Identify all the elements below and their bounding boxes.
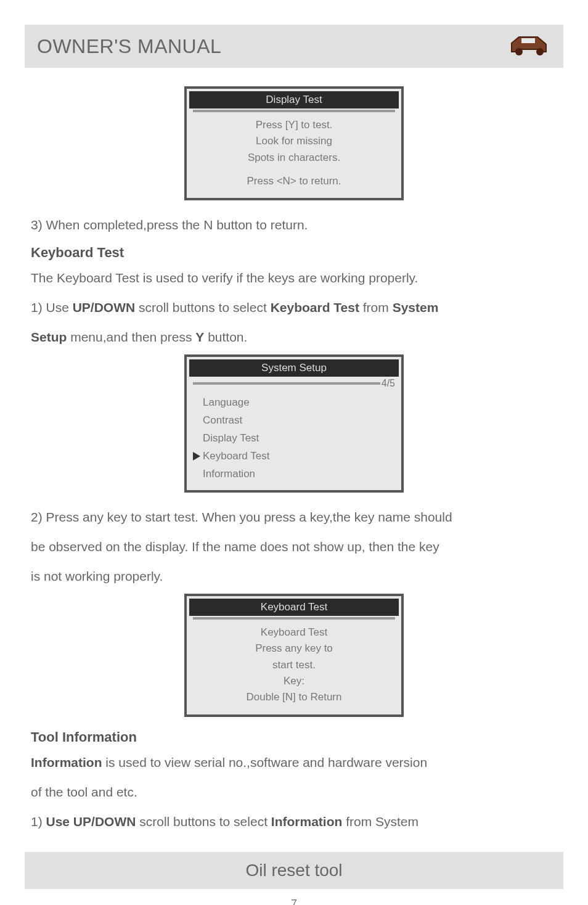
screen-line: start test. (189, 657, 399, 673)
menu-item-selected: Keyboard Test (203, 448, 399, 465)
paragraph: 1) Use UP/DOWN scroll buttons to select … (31, 809, 557, 834)
screen-line: Double [N] to Return (189, 689, 399, 705)
bold-text: Y (195, 330, 204, 344)
bold-text: Information (271, 814, 343, 829)
tool-information-heading: Tool Information (31, 729, 557, 745)
screen-line: Press [Y] to test. (189, 117, 399, 133)
screen-body: Press [Y] to test. Look for missing Spot… (189, 113, 399, 195)
menu-label: Contrast (203, 412, 242, 430)
text: scroll buttons to select (135, 300, 270, 314)
keyboard-test-heading: Keyboard Test (31, 245, 557, 261)
svg-rect-2 (521, 38, 535, 43)
paragraph: be observed on the display. If the name … (31, 534, 557, 559)
screen-title: Keyboard Test (189, 599, 399, 616)
menu-label: Information (203, 465, 255, 483)
paragraph: 1) Use UP/DOWN scroll buttons to select … (31, 295, 557, 320)
keyboard-test-screen: Keyboard Test Keyboard Test Press any ke… (184, 594, 404, 717)
menu-item: Contrast (203, 412, 399, 430)
paragraph: Information is used to view serial no.,s… (31, 750, 557, 775)
divider (193, 382, 380, 385)
screen-line: Keyboard Test (189, 624, 399, 641)
text: from (359, 300, 393, 314)
divider (193, 617, 395, 620)
bold-text: Information (31, 755, 102, 769)
step-text: 3) When completed,press the N button to … (31, 213, 557, 237)
screen-body: Keyboard Test Press any key to start tes… (189, 621, 399, 712)
svg-point-1 (536, 48, 544, 55)
text: scroll buttons to select (136, 814, 271, 829)
triangle-right-icon (193, 452, 200, 461)
text: button. (204, 330, 247, 344)
text: menu,and then press (67, 330, 195, 344)
paragraph: of the tool and etc. (31, 780, 557, 805)
screen-line: Press any key to (189, 641, 399, 657)
paragraph: Setup menu,and then press Y button. (31, 325, 557, 350)
menu-item: Language (203, 394, 399, 412)
screen-title: Display Test (189, 91, 399, 109)
bold-text: System (393, 300, 439, 314)
screen-line: Press <N> to return. (189, 173, 399, 189)
bold-text: Keyboard Test (271, 300, 359, 314)
paragraph: The Keyboard Test is used to verify if t… (31, 266, 557, 290)
text: 1) (31, 814, 46, 829)
divider (193, 110, 395, 112)
header-bar: OWNER'S MANUAL (25, 25, 563, 68)
bold-text: UP/DOWN (73, 300, 136, 314)
display-test-screen: Display Test Press [Y] to test. Look for… (184, 86, 404, 200)
text: 1) Use (31, 300, 73, 314)
header-title: OWNER'S MANUAL (37, 35, 221, 58)
svg-point-0 (515, 48, 523, 55)
menu-label: Language (203, 394, 250, 412)
screen-line: Spots in characters. (189, 150, 399, 166)
text: from System (342, 814, 419, 829)
footer-bar: Oil reset tool (25, 852, 563, 889)
screen-title: System Setup (189, 359, 399, 377)
text: is used to view serial no.,software and … (102, 755, 428, 769)
menu-label: Display Test (203, 430, 259, 448)
menu-list: Language Contrast Display Test Keyboard … (189, 391, 399, 488)
menu-label: Keyboard Test (203, 448, 269, 465)
paragraph: is not working properly. (31, 564, 557, 589)
car-logo-icon (508, 31, 551, 62)
menu-item: Display Test (203, 430, 399, 448)
paragraph: 2) Press any key to start test. When you… (31, 505, 557, 530)
system-setup-screen: System Setup 4/5 Language Contrast Displ… (184, 354, 404, 493)
divider-row: 4/5 (193, 378, 395, 389)
bold-text: Setup (31, 330, 67, 344)
page-counter: 4/5 (380, 378, 395, 389)
footer-title: Oil reset tool (245, 861, 342, 880)
screen-line: Key: (189, 673, 399, 689)
screen-line: Look for missing (189, 133, 399, 149)
page-number: 7 (31, 898, 557, 905)
menu-item: Information (203, 465, 399, 483)
bold-text: Use UP/DOWN (46, 814, 136, 829)
